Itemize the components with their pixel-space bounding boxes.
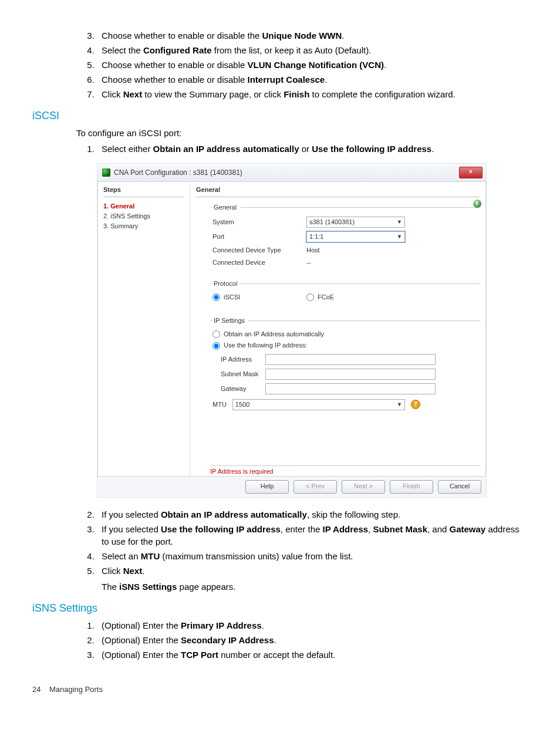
ip-static-radio[interactable]: Use the following IP address: xyxy=(212,341,478,350)
dialog-title: CNA Port Configuration : s381 (1400381) xyxy=(114,168,459,178)
instruction-list-2: Select either Obtain an IP address autom… xyxy=(32,143,528,155)
prev-button[interactable]: < Prev xyxy=(294,480,337,494)
chevron-down-icon: ▼ xyxy=(397,218,402,226)
instruction-item: Click Next. The iSNS Settings page appea… xyxy=(97,565,528,593)
radio-input[interactable] xyxy=(212,330,220,338)
step-isns[interactable]: 2. iSNS Settings xyxy=(103,212,184,221)
instruction-list-4: (Optional) Enter the Primary IP Address.… xyxy=(32,619,528,661)
radio-input[interactable] xyxy=(212,293,220,301)
instruction-item: (Optional) Enter the Primary IP Address. xyxy=(97,619,528,632)
instruction-item: If you selected Obtain an IP address aut… xyxy=(97,508,528,521)
instruction-item: (Optional) Enter the TCP Port number or … xyxy=(97,649,528,661)
close-icon[interactable]: × xyxy=(459,167,483,178)
general-group: General System s381 (1400381)▼ Port 1:1:… xyxy=(210,203,480,274)
system-label: System xyxy=(212,218,306,227)
heading-isns: iSNS Settings xyxy=(32,601,528,616)
dialog-titlebar: CNA Port Configuration : s381 (1400381) … xyxy=(97,164,486,182)
chevron-down-icon: ▼ xyxy=(397,233,402,241)
connected-device-type-label: Connected Device Type xyxy=(212,246,306,255)
subnet-mask-input[interactable] xyxy=(265,369,436,380)
instruction-item: Select the Configured Rate from the list… xyxy=(97,44,528,56)
general-legend: General xyxy=(212,203,240,212)
chevron-down-icon: ▼ xyxy=(397,401,402,409)
connected-device-type-value: Host xyxy=(306,246,320,255)
intro-text: To configure an iSCSI port: xyxy=(76,127,528,139)
instruction-item: Choose whether to enable or disable VLUN… xyxy=(97,59,528,71)
heading-iscsi: iSCSI xyxy=(32,109,528,123)
radio-input[interactable] xyxy=(306,293,314,301)
system-select[interactable]: s381 (1400381)▼ xyxy=(306,217,405,228)
instruction-item: Choose whether to enable or disable Inte… xyxy=(97,73,528,86)
mtu-select[interactable]: 1500▼ xyxy=(232,399,405,410)
protocol-group: Protocol iSCSI FCoE xyxy=(210,279,480,310)
mtu-label: MTU xyxy=(212,400,227,409)
instruction-item: (Optional) Enter the Secondary IP Addres… xyxy=(97,634,528,646)
cancel-button[interactable]: Cancel xyxy=(438,480,481,494)
finish-button[interactable]: Finish xyxy=(390,480,433,494)
step-summary[interactable]: 3. Summary xyxy=(103,222,184,231)
cna-port-config-dialog: CNA Port Configuration : s381 (1400381) … xyxy=(97,163,487,498)
steps-panel: Steps 1. General 2. iSNS Settings 3. Sum… xyxy=(97,182,190,476)
help-button[interactable]: Help xyxy=(245,480,289,494)
page-footer: 24 Managing Ports xyxy=(32,684,528,695)
error-message: IP Address is required xyxy=(210,465,480,476)
connected-device-value: -- xyxy=(306,258,311,267)
instruction-item: If you selected Use the following IP add… xyxy=(97,523,528,548)
ip-address-label: IP Address xyxy=(221,355,265,364)
ip-settings-group: IP Settings Obtain an IP Address automat… xyxy=(210,316,480,413)
ip-auto-radio[interactable]: Obtain an IP Address automatically xyxy=(212,330,478,339)
step-general[interactable]: 1. General xyxy=(103,202,184,211)
connected-device-label: Connected Device xyxy=(212,258,306,267)
page-number: 24 xyxy=(32,685,41,694)
app-icon xyxy=(102,168,110,177)
protocol-iscsi-radio[interactable]: iSCSI xyxy=(212,293,306,302)
port-label: Port xyxy=(212,232,306,241)
footer-title: Managing Ports xyxy=(49,685,103,694)
instruction-list-3: If you selected Obtain an IP address aut… xyxy=(32,508,528,593)
main-panel: General i General System s381 (1400381)▼… xyxy=(190,182,486,476)
protocol-legend: Protocol xyxy=(212,279,241,288)
port-select[interactable]: 1:1:1▼ xyxy=(306,231,405,242)
instruction-list-1: Choose whether to enable or disable the … xyxy=(32,29,528,100)
radio-input[interactable] xyxy=(212,342,220,350)
protocol-fcoe-radio[interactable]: FCoE xyxy=(306,293,334,302)
instruction-item: Choose whether to enable or disable the … xyxy=(97,29,528,42)
gateway-label: Gateway xyxy=(221,384,265,393)
instruction-item: Click Next to view the Summary page, or … xyxy=(97,88,528,100)
help-icon[interactable]: ? xyxy=(411,400,420,409)
gateway-input[interactable] xyxy=(265,383,436,394)
button-bar: Help < Prev Next > Finish Cancel xyxy=(97,476,486,497)
instruction-tail: The iSNS Settings page appears. xyxy=(102,580,528,593)
main-header: General xyxy=(196,185,480,197)
ip-settings-legend: IP Settings xyxy=(212,316,248,325)
subnet-mask-label: Subnet Mask xyxy=(221,370,265,379)
steps-header: Steps xyxy=(103,185,184,197)
static-ip-block: IP Address Subnet Mask Gateway xyxy=(221,354,478,394)
instruction-item: Select an MTU (maximum transmission unit… xyxy=(97,550,528,562)
ip-address-input[interactable] xyxy=(265,354,436,365)
instruction-item: Select either Obtain an IP address autom… xyxy=(97,143,528,155)
next-button[interactable]: Next > xyxy=(342,480,385,494)
